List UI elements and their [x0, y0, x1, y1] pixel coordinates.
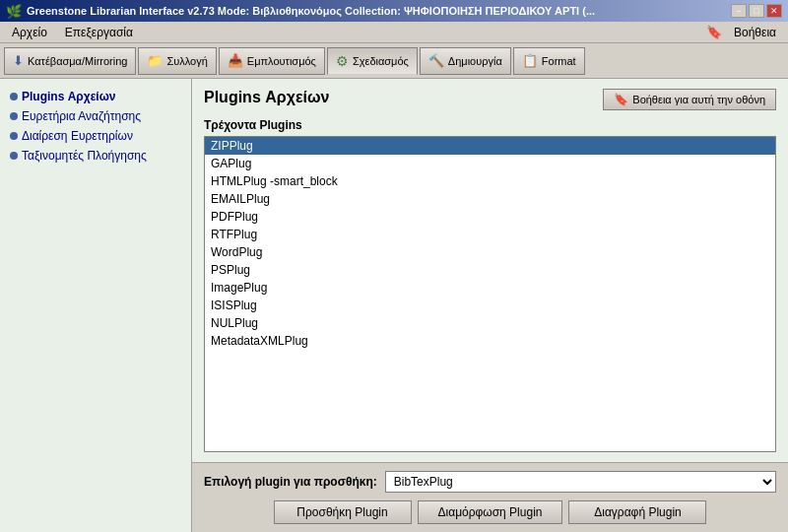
plugin-list-item[interactable]: MetadataXMLPlug [205, 332, 775, 350]
plugin-list-item[interactable]: HTMLPlug -smart_block [205, 172, 775, 190]
tab-download[interactable]: Κατέβασμα/Mirroring [4, 47, 136, 75]
bullet-icon [10, 93, 18, 100]
tab-collection[interactable]: 📁 Συλλογή [138, 47, 216, 75]
toolbar: Κατέβασμα/Mirroring 📁 Συλλογή 📥 Εμπλουτι… [0, 43, 788, 79]
sidebar-item-plugins[interactable]: Plugins Αρχείων [4, 87, 187, 106]
sidebar-item-search[interactable]: Ευρετήρια Αναζήτησης [4, 106, 187, 126]
design-icon: ⚙ [336, 53, 349, 69]
add-plugin-label: Επιλογή plugin για προσθήκη: [204, 475, 377, 489]
plugin-list-item[interactable]: GAPlug [205, 155, 775, 172]
bullet-icon [10, 112, 18, 120]
plugins-list[interactable]: ZIPPlugGAPlugHTMLPlug -smart_blockEMAILP… [204, 136, 776, 452]
sidebar-item-classifiers-label: Ταξινομητές Πλοήγησης [22, 149, 147, 163]
create-icon: 🔨 [428, 53, 444, 68]
app-icon: 🌿 [6, 4, 22, 19]
menu-left: Αρχείο Επεξεργασία [4, 24, 141, 41]
title-bar-controls[interactable]: − □ ✕ [731, 4, 782, 18]
page-title: Plugins Αρχείων [204, 89, 329, 106]
plugin-list-item[interactable]: PDFPlug [205, 208, 775, 226]
tab-format-label: Format [542, 55, 576, 67]
minimize-button[interactable]: − [731, 4, 747, 18]
plugin-list-item[interactable]: ISISPlug [205, 297, 775, 314]
help-icon: 🔖 [706, 25, 722, 39]
title-bar: 🌿 Greenstone Librarian Interface v2.73 M… [0, 0, 788, 22]
sidebar-item-partition-label: Διαίρεση Ευρετηρίων [22, 129, 133, 143]
tab-create[interactable]: 🔨 Δημιουργία [420, 47, 511, 75]
sidebar-item-plugins-label: Plugins Αρχείων [22, 90, 116, 103]
tab-import-label: Εμπλουτισμός [247, 55, 316, 67]
sidebar: Plugins Αρχείων Ευρετήρια Αναζήτησης Δια… [0, 79, 192, 532]
plugins-section: Τρέχοντα Plugins ZIPPlugGAPlugHTMLPlug -… [204, 118, 776, 452]
add-plugin-row: Επιλογή plugin για προσθήκη: BibTexPlugA… [204, 471, 776, 493]
plugin-select[interactable]: BibTexPlugArcPlugBasPlugBookPlugConvertT… [385, 471, 776, 493]
format-icon: 📋 [522, 53, 538, 68]
help-button[interactable]: 🔖 Βοήθεια για αυτή την οθόνη [603, 89, 776, 110]
menu-bar: Αρχείο Επεξεργασία 🔖 Βοήθεια [0, 22, 788, 43]
help-button-label: Βοήθεια για αυτή την οθόνη [632, 94, 765, 105]
help-book-icon: 🔖 [614, 93, 628, 106]
title-bar-title: Greenstone Librarian Interface v2.73 Mod… [27, 5, 595, 17]
tab-design-label: Σχεδιασμός [353, 55, 409, 67]
menu-right: 🔖 Βοήθεια [706, 24, 784, 41]
import-icon: 📥 [228, 53, 243, 68]
bullet-icon [10, 132, 18, 140]
sidebar-item-partition[interactable]: Διαίρεση Ευρετηρίων [4, 126, 187, 146]
close-button[interactable]: ✕ [766, 4, 782, 18]
sidebar-item-classifiers[interactable]: Ταξινομητές Πλοήγησης [4, 146, 187, 166]
plugin-list-item[interactable]: ImagePlug [205, 279, 775, 297]
tab-create-label: Δημιουργία [448, 55, 502, 67]
menu-help[interactable]: Βοήθεια [726, 24, 784, 41]
plugin-list-item[interactable]: WordPlug [205, 243, 775, 261]
plugin-list-item[interactable]: PSPlug [205, 261, 775, 279]
plugin-list-item[interactable]: NULPlug [205, 314, 775, 332]
content-area: Plugins Αρχείων 🔖 Βοήθεια για αυτή την ο… [192, 79, 788, 462]
remove-plugin-button[interactable]: Διαγραφή Plugin [568, 500, 706, 524]
tab-import[interactable]: 📥 Εμπλουτισμός [219, 47, 325, 75]
plugin-list-item[interactable]: EMAILPlug [205, 190, 775, 208]
bullet-icon [10, 152, 18, 160]
maximize-button[interactable]: □ [749, 4, 764, 18]
bottom-area: Επιλογή plugin για προσθήκη: BibTexPlugA… [192, 462, 788, 532]
sidebar-item-search-label: Ευρετήρια Αναζήτησης [22, 109, 141, 123]
tab-format[interactable]: 📋 Format [513, 47, 585, 75]
main-area: Plugins Αρχείων Ευρετήρια Αναζήτησης Δια… [0, 79, 788, 532]
tab-download-label: Κατέβασμα/Mirroring [28, 55, 127, 67]
tab-collection-label: Συλλογή [166, 55, 207, 67]
plugin-list-item[interactable]: RTFPlug [205, 226, 775, 243]
action-buttons: Προσθήκη Plugin Διαμόρφωση Plugin Διαγρα… [204, 500, 776, 524]
menu-file[interactable]: Αρχείο [4, 24, 55, 41]
download-icon [13, 53, 24, 68]
content-header: Plugins Αρχείων 🔖 Βοήθεια για αυτή την ο… [204, 89, 776, 110]
collection-icon: 📁 [147, 53, 163, 68]
content-panel: Plugins Αρχείων 🔖 Βοήθεια για αυτή την ο… [192, 79, 788, 532]
plugin-list-item[interactable]: ZIPPlug [205, 137, 775, 155]
tab-design[interactable]: ⚙ Σχεδιασμός [327, 47, 418, 75]
title-bar-text: 🌿 Greenstone Librarian Interface v2.73 M… [6, 4, 595, 19]
plugins-section-label: Τρέχοντα Plugins [204, 118, 776, 132]
configure-plugin-button[interactable]: Διαμόρφωση Plugin [418, 500, 563, 524]
add-plugin-button[interactable]: Προσθήκη Plugin [274, 500, 412, 524]
menu-edit[interactable]: Επεξεργασία [57, 24, 141, 41]
